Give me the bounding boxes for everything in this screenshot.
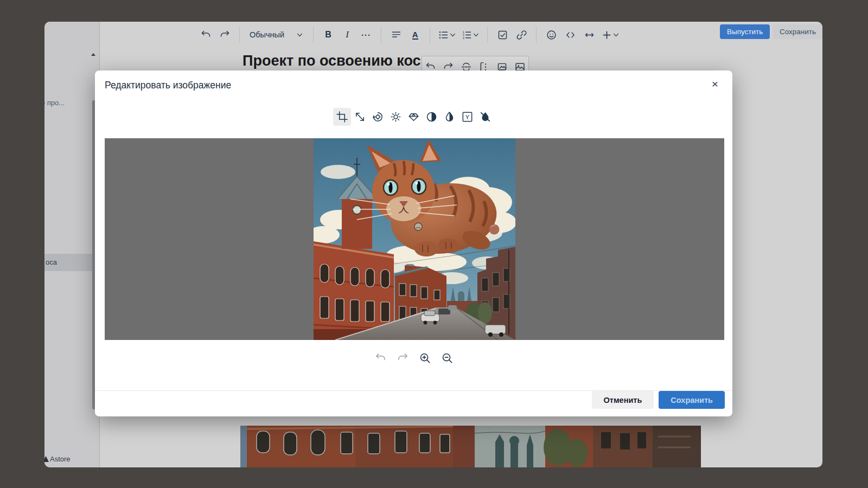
history-undo-button[interactable] [373,350,388,365]
plus-icon [601,29,612,41]
zoom-out-icon [441,352,454,364]
resize-icon [354,111,366,123]
undo-icon [374,352,387,364]
close-button[interactable]: × [712,77,718,91]
saturation-tool-button[interactable] [441,108,458,126]
link-icon [516,29,527,41]
modal-footer: Отменить Сохранить [592,391,725,409]
document-title[interactable]: Проект по освоению кос [242,53,421,69]
editor-toolbar: Обычный B I ··· A 1 2 3 [199,22,620,48]
toolbar-separator [313,27,314,43]
contrast-tool-button[interactable] [423,108,441,126]
droplet-icon [443,111,456,123]
edit-image-modal: Редактировать изображение × Y [95,70,732,416]
chevron-down-icon [612,31,620,38]
undo-icon [200,29,212,41]
cancel-button[interactable]: Отменить [592,391,654,409]
toolbar-separator [381,27,381,43]
sidebar: то про... оса Astore [44,22,99,467]
svg-text:3: 3 [463,36,464,39]
link-button[interactable] [514,27,528,43]
crop-icon [336,111,348,123]
brand-label: Astore [50,455,71,463]
toolbar-separator [536,27,537,43]
droplet-off-icon [479,111,492,123]
checkbox-icon [497,29,508,41]
paragraph-style-value: Обычный [250,30,284,39]
numbered-list-icon: 1 2 3 [461,29,473,41]
rotate-icon [372,111,384,123]
save-draft-button[interactable]: Сохранить [773,24,822,39]
numbered-list-button[interactable]: 1 2 3 [461,27,480,43]
paragraph-style-dropdown[interactable]: Обычный [247,27,305,43]
more-formatting-button[interactable]: ··· [359,27,373,43]
scroll-up-arrow-icon[interactable] [91,53,95,56]
width-toggle-button[interactable] [582,27,596,43]
canvas-controls [95,350,732,365]
image-tools-row: Y [95,108,732,126]
publish-button[interactable]: Выпустить [720,24,770,39]
sharpen-tool-button[interactable] [405,108,423,126]
redo-icon [219,29,231,41]
zoom-in-icon [419,352,431,364]
chevron-down-icon [449,31,456,38]
insert-block-button[interactable] [601,27,620,43]
align-button[interactable] [389,27,403,43]
edited-image-cat-over-city [314,138,515,340]
chevron-down-icon [296,31,303,38]
brand-logo-icon [44,456,49,462]
bold-button[interactable]: B [321,27,335,43]
brightness-tool-button[interactable] [387,108,405,126]
svg-text:Y: Y [465,114,470,120]
redo-icon [397,352,409,364]
align-left-icon [391,29,402,41]
zoom-out-button[interactable] [439,350,455,365]
code-button[interactable] [563,27,577,43]
undo-button[interactable] [199,27,213,43]
zoom-in-button[interactable] [417,350,432,365]
history-redo-button[interactable] [395,350,410,365]
image-preview-canvas[interactable] [105,138,724,340]
save-button[interactable]: Сохранить [659,391,725,409]
code-icon [565,29,576,41]
remove-color-tool-button[interactable] [476,108,494,126]
sidebar-item-selected[interactable]: оса [44,254,99,271]
toolbar-separator [430,27,430,43]
grayscale-icon: Y [461,111,474,123]
checklist-button[interactable] [495,27,509,43]
grayscale-tool-button[interactable]: Y [458,108,476,126]
redo-button[interactable] [218,27,232,43]
sidebar-brand: Astore [44,455,71,463]
italic-button[interactable]: I [340,27,354,43]
toolbar-separator [487,27,488,43]
bullet-list-icon [438,29,449,41]
bullet-list-button[interactable] [438,27,456,43]
emoji-button[interactable] [544,27,558,43]
document-inline-image[interactable] [240,426,701,467]
chevron-down-icon [473,31,480,38]
emoji-icon [546,29,557,41]
crop-tool-button[interactable] [333,108,351,126]
text-color-button[interactable]: A [408,27,422,43]
sidebar-item-truncated[interactable]: то про... [44,99,65,107]
toolbar-separator [239,27,240,43]
brightness-icon [390,111,402,123]
contrast-icon [425,111,438,123]
resize-tool-button[interactable] [351,108,369,126]
horizontal-arrows-icon [584,29,595,41]
diamond-icon [407,111,420,123]
modal-title: Редактировать изображение [105,80,231,91]
rotate-tool-button[interactable] [369,108,387,126]
